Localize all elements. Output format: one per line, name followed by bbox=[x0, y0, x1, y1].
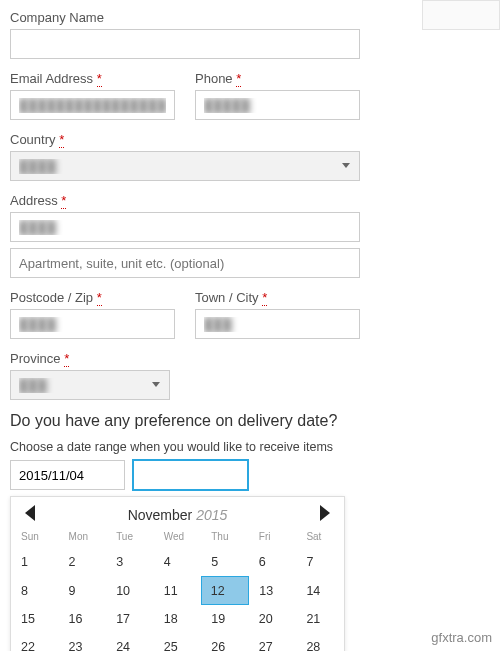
email-input[interactable] bbox=[10, 90, 175, 120]
postcode-input[interactable] bbox=[10, 309, 175, 339]
calendar-month[interactable]: November2015 bbox=[128, 507, 228, 523]
calendar-day[interactable]: 12 bbox=[201, 577, 249, 605]
date-to-input[interactable] bbox=[133, 460, 248, 490]
required-mark: * bbox=[97, 71, 102, 87]
calendar-day[interactable]: 14 bbox=[296, 577, 344, 605]
address-label: Address * bbox=[10, 193, 360, 208]
required-mark: * bbox=[61, 193, 66, 209]
calendar-day[interactable]: 16 bbox=[59, 605, 107, 634]
calendar-year: 2015 bbox=[196, 507, 227, 523]
city-label: Town / City * bbox=[195, 290, 360, 305]
date-from-input[interactable] bbox=[10, 460, 125, 490]
calendar-day[interactable]: 2 bbox=[59, 548, 107, 577]
address2-input[interactable] bbox=[10, 248, 360, 278]
calendar-day[interactable]: 22 bbox=[11, 633, 59, 651]
calendar-day[interactable]: 19 bbox=[201, 605, 249, 634]
postcode-label: Postcode / Zip * bbox=[10, 290, 175, 305]
phone-input[interactable] bbox=[195, 90, 360, 120]
calendar-day[interactable]: 6 bbox=[249, 548, 297, 577]
province-select[interactable] bbox=[10, 370, 170, 400]
calendar-day[interactable]: 23 bbox=[59, 633, 107, 651]
dow-header: Mon bbox=[59, 527, 107, 548]
calendar-day[interactable]: 13 bbox=[249, 577, 297, 605]
prev-month-icon[interactable] bbox=[25, 505, 35, 521]
country-label: Country * bbox=[10, 132, 360, 147]
calendar-day[interactable]: 9 bbox=[59, 577, 107, 605]
calendar-day[interactable]: 20 bbox=[249, 605, 297, 634]
calendar-day[interactable]: 4 bbox=[154, 548, 202, 577]
calendar-day[interactable]: 3 bbox=[106, 548, 154, 577]
calendar-day[interactable]: 1 bbox=[11, 548, 59, 577]
calendar-day[interactable]: 18 bbox=[154, 605, 202, 634]
watermark: gfxtra.com bbox=[431, 630, 492, 645]
calendar-day[interactable]: 10 bbox=[106, 577, 154, 605]
phone-label: Phone * bbox=[195, 71, 360, 86]
calendar-day[interactable]: 27 bbox=[249, 633, 297, 651]
dow-header: Tue bbox=[106, 527, 154, 548]
address1-input[interactable] bbox=[10, 212, 360, 242]
calendar-day[interactable]: 5 bbox=[201, 548, 249, 577]
calendar-day[interactable]: 25 bbox=[154, 633, 202, 651]
calendar-day[interactable]: 26 bbox=[201, 633, 249, 651]
delivery-heading: Do you have any preference on delivery d… bbox=[10, 412, 360, 430]
range-label: Choose a date range when you would like … bbox=[10, 440, 360, 454]
datepicker: November2015 SunMonTueWedThuFriSat 12345… bbox=[10, 496, 345, 651]
dow-header: Wed bbox=[154, 527, 202, 548]
calendar-day[interactable]: 21 bbox=[296, 605, 344, 634]
required-mark: * bbox=[59, 132, 64, 148]
calendar-day[interactable]: 28 bbox=[296, 633, 344, 651]
calendar-day[interactable]: 17 bbox=[106, 605, 154, 634]
dow-header: Fri bbox=[249, 527, 297, 548]
calendar-grid: SunMonTueWedThuFriSat 123456789101112131… bbox=[11, 527, 344, 651]
province-label: Province * bbox=[10, 351, 360, 366]
calendar-day[interactable]: 24 bbox=[106, 633, 154, 651]
calendar-day[interactable]: 15 bbox=[11, 605, 59, 634]
dow-header: Thu bbox=[201, 527, 249, 548]
company-label: Company Name bbox=[10, 10, 360, 25]
email-label: Email Address * bbox=[10, 71, 175, 86]
checkout-form: Company Name Email Address * Phone * Cou… bbox=[0, 0, 370, 651]
required-mark: * bbox=[236, 71, 241, 87]
dow-header: Sun bbox=[11, 527, 59, 548]
dow-header: Sat bbox=[296, 527, 344, 548]
calendar-day[interactable]: 8 bbox=[11, 577, 59, 605]
company-input[interactable] bbox=[10, 29, 360, 59]
next-month-icon[interactable] bbox=[320, 505, 330, 521]
country-select[interactable] bbox=[10, 151, 360, 181]
city-input[interactable] bbox=[195, 309, 360, 339]
calendar-day[interactable]: 11 bbox=[154, 577, 202, 605]
side-panel-fragment bbox=[422, 0, 500, 30]
required-mark: * bbox=[262, 290, 267, 306]
required-mark: * bbox=[64, 351, 69, 367]
calendar-day[interactable]: 7 bbox=[296, 548, 344, 577]
required-mark: * bbox=[97, 290, 102, 306]
